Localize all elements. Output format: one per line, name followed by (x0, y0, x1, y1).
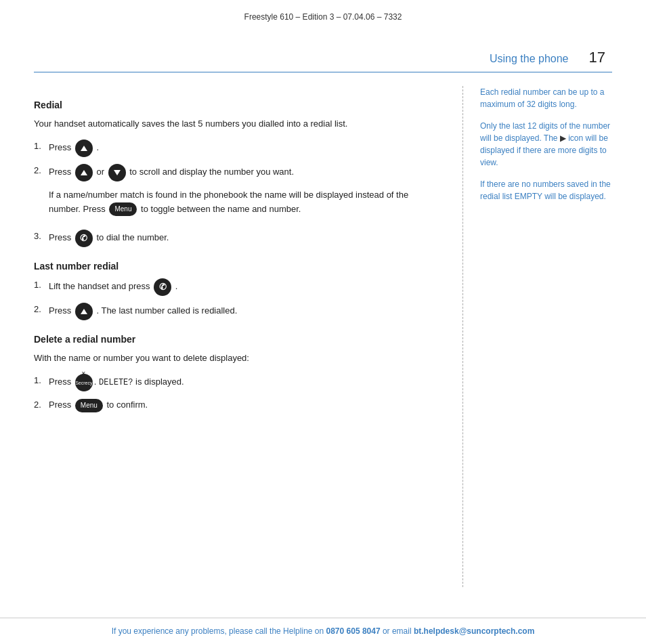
footer-text-before: If you experience any problems, please c… (112, 626, 326, 636)
dial-phone-icon-1: ✆ (75, 230, 93, 247)
step-num: 1. (34, 139, 49, 154)
arrow-up-shape (81, 170, 87, 175)
main-content: Redial Your handset automatically saves … (0, 72, 646, 601)
footer-email: bt.helpdesk@suncorptech.com (414, 626, 534, 636)
last-step-1: 1. Lift the handset and press ✆ . (34, 278, 442, 296)
delete-step-2: 2. Press Menu to confirm. (34, 398, 442, 412)
step-num-empty (34, 188, 49, 202)
right-column: Each redial number can be up to a maximu… (463, 86, 612, 587)
page-header: Freestyle 610 – Edition 3 – 07.04.06 – 7… (0, 0, 646, 28)
vol-up-icon-2 (75, 164, 93, 181)
arrow-down-shape (114, 170, 121, 175)
step-content: Press Menu to confirm. (49, 398, 442, 412)
last-number-section: Last number redial 1. Lift the handset a… (34, 261, 442, 320)
vol-up-icon-1 (75, 139, 93, 157)
arrow-down-icon (108, 164, 126, 181)
phone-shape: ✆ (80, 232, 87, 246)
redial-heading: Redial (34, 100, 442, 110)
footer-text-middle: or email (381, 626, 414, 636)
redial-substep: If a name/number match is found in the p… (34, 188, 442, 223)
menu-icon-1: Menu (109, 202, 137, 216)
delete-heading: Delete a redial number (34, 334, 442, 345)
redial-steps: 1. Press . 2. Press (34, 139, 442, 248)
step-content: Press . (49, 139, 442, 157)
note-1: Each redial number can be up to a maximu… (480, 86, 612, 110)
last-number-heading: Last number redial (34, 261, 442, 272)
header-title: Freestyle 610 – Edition 3 – 07.04.06 – 7… (244, 12, 402, 22)
page-number: 17 (589, 49, 605, 66)
delete-steps: 1. Press Secrecy. DELETE? is displayed. … (34, 374, 442, 412)
delete-step-1: 1. Press Secrecy. DELETE? is displayed. (34, 374, 442, 391)
top-right-header: Using the phone 17 (0, 28, 646, 72)
dial-phone-icon-2: ✆ (154, 278, 171, 296)
delete-section: Delete a redial number With the name or … (34, 334, 442, 412)
note-3: If there are no numbers saved in the red… (480, 178, 612, 202)
note-2: Only the last 12 digits of the number wi… (480, 120, 612, 169)
arrow-up-shape (81, 309, 87, 314)
chapter-title: Using the phone (490, 53, 569, 65)
phone-shape: ✆ (159, 280, 167, 295)
footer: If you experience any problems, please c… (0, 618, 646, 644)
delete-label: DELETE? (99, 379, 133, 388)
step-num: 1. (34, 374, 49, 388)
vol-up-icon-3 (75, 303, 93, 320)
step-num: 2. (34, 303, 49, 317)
menu-icon-2: Menu (75, 399, 103, 412)
last-step-2: 2. Press . The last number called is red… (34, 303, 442, 320)
step-content: Press or to scroll and display the numbe… (49, 164, 442, 181)
last-number-steps: 1. Lift the handset and press ✆ . 2. Pre… (34, 278, 442, 320)
redial-step-3: 3. Press ✆ to dial the number. (34, 230, 442, 247)
redial-step-2: 2. Press or to scroll and display the nu… (34, 164, 442, 181)
step-content: Press ✆ to dial the number. (49, 230, 442, 247)
step-num: 2. (34, 398, 49, 412)
step-num: 3. (34, 230, 49, 244)
step-content: Lift the handset and press ✆ . (49, 278, 442, 296)
left-column: Redial Your handset automatically saves … (34, 86, 463, 587)
substep-content: If a name/number match is found in the p… (49, 188, 442, 217)
step-num: 2. (34, 164, 49, 178)
arrow-up-shape (81, 146, 87, 151)
step-content: Press Secrecy. DELETE? is displayed. (49, 374, 442, 391)
footer-phone: 0870 605 8047 (326, 626, 381, 636)
redial-step-1: 1. Press . (34, 139, 442, 157)
step-content: Press . The last number called is redial… (49, 303, 442, 320)
redial-section: Redial Your handset automatically saves … (34, 100, 442, 247)
step-num: 1. (34, 278, 49, 293)
right-arrow-icon: ▶ (560, 133, 566, 143)
delete-intro: With the name or number you want to dele… (34, 351, 442, 366)
secrecy-icon: Secrecy (75, 374, 93, 391)
redial-intro: Your handset automatically saves the las… (34, 117, 442, 131)
